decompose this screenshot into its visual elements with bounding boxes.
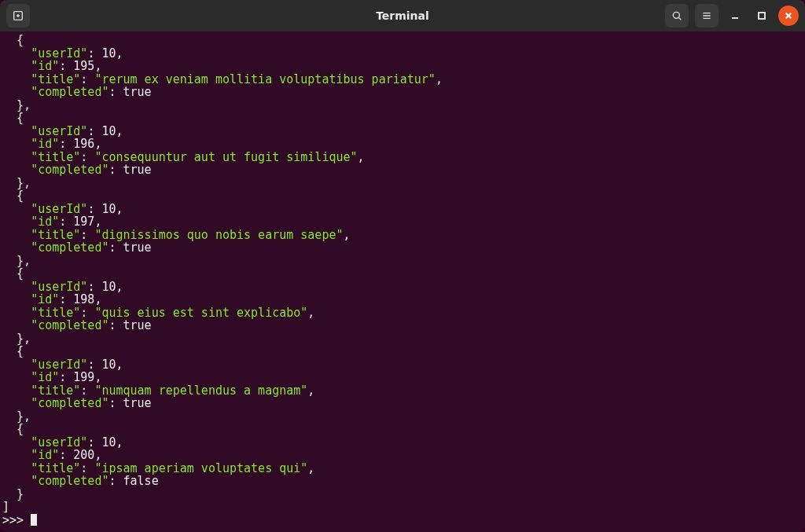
maximize-icon [757, 11, 766, 20]
titlebar: Terminal [0, 0, 805, 31]
window-title: Terminal [376, 9, 429, 22]
search-icon [671, 9, 683, 22]
search-button[interactable] [665, 4, 689, 28]
close-button[interactable] [778, 6, 799, 26]
svg-point-3 [673, 12, 679, 18]
svg-rect-9 [759, 13, 765, 19]
terminal-output[interactable]: { "userId": 10, "id": 195, "title": "rer… [0, 31, 805, 532]
new-tab-button[interactable] [6, 4, 30, 28]
hamburger-icon [700, 9, 713, 22]
new-tab-icon [12, 9, 24, 22]
close-icon [785, 12, 792, 20]
terminal-window: Terminal { "userId": 10, "id": 195, "tit… [0, 0, 805, 532]
minimize-icon [730, 11, 740, 20]
minimize-button[interactable] [725, 6, 745, 26]
menu-button[interactable] [695, 4, 719, 28]
cursor [31, 514, 37, 526]
svg-line-4 [678, 17, 681, 20]
maximize-button[interactable] [752, 6, 772, 26]
